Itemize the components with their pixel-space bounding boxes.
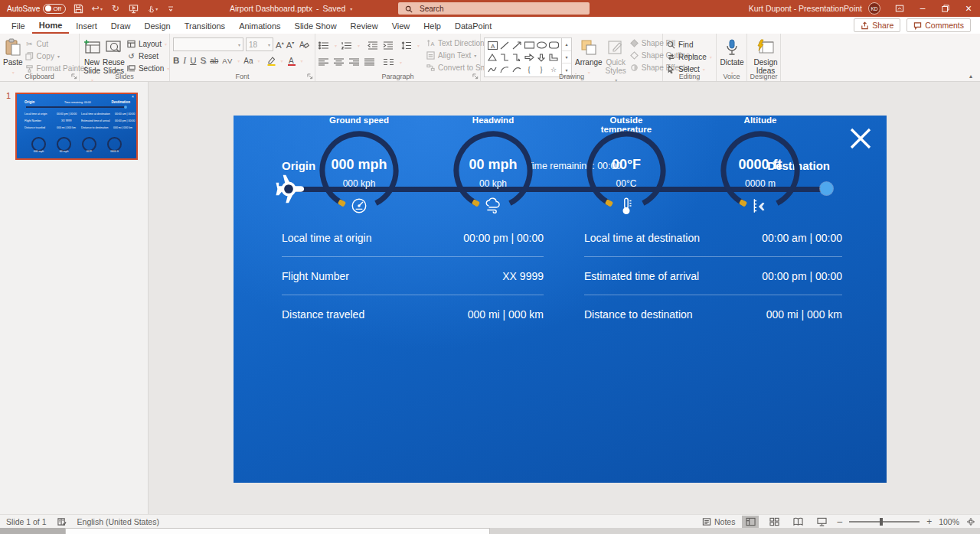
decrease-indent-button[interactable] xyxy=(368,41,378,50)
tab-slide-show[interactable]: Slide Show xyxy=(288,17,344,34)
zoom-out-button[interactable]: – xyxy=(837,516,842,527)
text-highlight-button[interactable] xyxy=(266,56,276,66)
shape-arrow-icon[interactable] xyxy=(512,41,521,50)
font-name-combobox[interactable]: ▾ xyxy=(173,37,243,51)
destination-knob[interactable] xyxy=(820,182,833,195)
shape-corner-icon[interactable] xyxy=(549,54,558,61)
reset-button[interactable]: ↺Reset xyxy=(126,50,169,61)
paragraph-dialog-launcher[interactable] xyxy=(472,73,479,80)
tab-design[interactable]: Design xyxy=(137,17,177,34)
align-left-button[interactable] xyxy=(318,58,328,67)
autosave-switch[interactable]: Off xyxy=(43,4,66,14)
normal-view-button[interactable] xyxy=(742,516,759,528)
justify-button[interactable] xyxy=(364,58,374,67)
tab-home[interactable]: Home xyxy=(32,17,70,34)
autosave-toggle[interactable]: AutoSave Off xyxy=(7,4,66,14)
slide-thumbnail[interactable]: × Origin Time remaining: 00:00 Destinati… xyxy=(15,93,138,160)
clipboard-dialog-launcher[interactable] xyxy=(71,73,77,80)
format-painter-button[interactable]: Format Painter xyxy=(24,63,87,73)
redo-icon[interactable]: ↻ xyxy=(109,3,121,15)
decrease-font-size-button[interactable]: A▾ xyxy=(286,40,295,50)
share-button[interactable]: Share xyxy=(854,18,900,32)
minimize-button[interactable]: – xyxy=(911,0,934,17)
align-center-button[interactable] xyxy=(334,58,344,67)
slide-indicator[interactable]: Slide 1 of 1 xyxy=(6,517,47,526)
account-name[interactable]: Kurt Dupont - PresentationPoint xyxy=(749,4,862,13)
collapse-ribbon-icon[interactable]: ▴ xyxy=(969,73,972,80)
cut-button[interactable]: ✂Cut xyxy=(24,38,87,49)
italic-button[interactable]: I xyxy=(183,56,186,65)
shape-elbow-arrow-connector-icon[interactable] xyxy=(512,54,521,61)
shape-rounded-rectangle-icon[interactable] xyxy=(549,41,559,49)
strikethrough-button[interactable]: ab xyxy=(210,57,218,65)
copy-button[interactable]: Copy▾ xyxy=(24,50,87,61)
shape-triangle-icon[interactable] xyxy=(488,54,497,61)
shapes-scroll-up[interactable]: ▴ xyxy=(562,38,571,51)
zoom-level[interactable]: 100% xyxy=(939,517,959,526)
save-icon[interactable] xyxy=(73,3,84,15)
font-color-button[interactable]: A xyxy=(287,56,296,66)
paste-button[interactable]: Paste▾ xyxy=(3,36,23,77)
increase-indent-button[interactable] xyxy=(383,41,394,50)
tab-transitions[interactable]: Transitions xyxy=(178,17,232,34)
shape-down-arrow-icon[interactable] xyxy=(537,54,545,62)
chevron-down-icon[interactable]: ▾ xyxy=(350,6,352,11)
slide-dashboard[interactable]: Origin Time remaining: 00:00 Destination… xyxy=(234,116,887,483)
restore-window-button[interactable] xyxy=(934,0,957,17)
close-window-button[interactable]: × xyxy=(957,0,980,17)
numbering-button[interactable] xyxy=(341,41,352,50)
replace-button[interactable]: Replace▾ xyxy=(666,51,713,62)
shape-oval-icon[interactable] xyxy=(537,41,547,49)
close-icon[interactable] xyxy=(848,126,873,151)
notes-button[interactable]: Notes xyxy=(702,517,735,526)
dictate-button[interactable]: Dictate▾ xyxy=(720,36,744,77)
tab-help[interactable]: Help xyxy=(416,17,448,34)
shape-rectangle-icon[interactable] xyxy=(524,41,534,49)
underline-button[interactable]: U xyxy=(190,56,196,65)
bullets-button[interactable] xyxy=(318,41,329,50)
text-shadow-button[interactable]: S xyxy=(200,56,206,65)
zoom-slider[interactable] xyxy=(849,521,920,523)
spell-check-icon[interactable] xyxy=(57,517,67,526)
tab-draw[interactable]: Draw xyxy=(104,17,138,34)
comments-button[interactable]: Comments xyxy=(906,18,971,32)
shape-text-box-icon[interactable]: A xyxy=(488,41,498,50)
fit-slide-to-window-icon[interactable] xyxy=(966,517,975,526)
design-ideas-button[interactable]: Design Ideas xyxy=(750,36,781,75)
bold-button[interactable]: B xyxy=(173,56,179,65)
find-button[interactable]: Find xyxy=(666,39,713,50)
layout-button[interactable]: Layout▾ xyxy=(126,38,169,49)
start-from-beginning-icon[interactable] xyxy=(128,3,139,15)
character-spacing-button[interactable]: AV xyxy=(222,57,233,65)
change-case-button[interactable]: Aa xyxy=(243,57,253,65)
shape-right-arrow-icon[interactable] xyxy=(524,54,534,61)
columns-button[interactable] xyxy=(384,58,394,67)
avatar[interactable]: KD xyxy=(868,2,880,15)
shape-elbow-connector-icon[interactable] xyxy=(500,54,509,61)
align-right-button[interactable] xyxy=(349,58,359,67)
tab-insert[interactable]: Insert xyxy=(69,17,104,34)
tab-datapoint[interactable]: DataPoint xyxy=(448,17,498,34)
line-spacing-button[interactable] xyxy=(401,41,412,50)
tab-file[interactable]: File xyxy=(5,17,32,34)
saved-status[interactable]: Saved xyxy=(322,4,345,13)
slide-sorter-view-button[interactable] xyxy=(766,516,782,528)
language-indicator[interactable]: English (United States) xyxy=(77,517,159,526)
font-dialog-launcher[interactable] xyxy=(307,73,313,80)
touch-mouse-mode-icon[interactable]: ▾ xyxy=(146,3,158,15)
slide-show-view-button[interactable] xyxy=(813,516,830,528)
ribbon-display-options-icon[interactable] xyxy=(888,0,911,17)
reading-view-button[interactable] xyxy=(789,516,806,528)
tab-view[interactable]: View xyxy=(385,17,417,34)
zoom-in-button[interactable]: + xyxy=(926,516,932,527)
shape-line-icon[interactable] xyxy=(500,41,509,50)
search-input[interactable]: Search xyxy=(398,2,590,15)
tab-review[interactable]: Review xyxy=(344,17,385,34)
customize-quick-access-toolbar-icon[interactable] xyxy=(165,3,176,15)
airplane-marker-icon[interactable] xyxy=(272,172,305,206)
zoom-slider-thumb[interactable] xyxy=(880,518,883,526)
shapes-gallery[interactable]: A { } ☆ xyxy=(484,37,572,77)
tab-animations[interactable]: Animations xyxy=(232,17,287,34)
clear-formatting-button[interactable]: A xyxy=(299,40,309,49)
font-size-combobox[interactable]: 18▾ xyxy=(246,37,273,51)
